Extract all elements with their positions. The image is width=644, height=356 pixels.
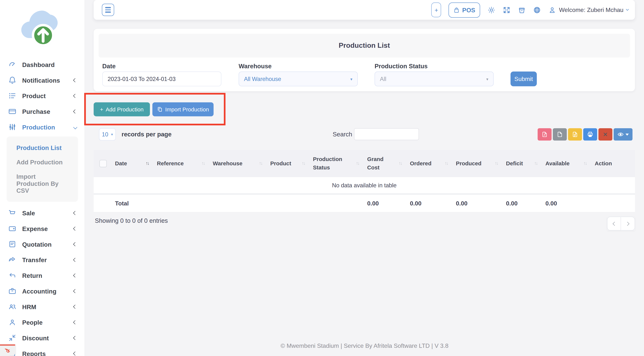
column-header-ordered[interactable]: Ordered ↑↓	[409, 159, 455, 168]
export-excel-button[interactable]	[568, 128, 582, 141]
cash-register-icon[interactable]	[518, 6, 526, 14]
warehouse-select[interactable]: All Warehouse ▾	[239, 72, 358, 86]
minimize-icon	[8, 334, 16, 342]
sidebar-item-sale[interactable]: Sale	[0, 205, 85, 221]
clear-filter-button[interactable]	[598, 128, 612, 141]
users-icon	[8, 302, 16, 311]
printer-icon	[587, 131, 594, 138]
column-header-date[interactable]: Date ↑↓	[114, 159, 156, 168]
sort-icon: ↑↓	[356, 160, 360, 167]
page-size-select[interactable]: 10 ▾	[99, 128, 116, 141]
sort-icon: ↑↓	[259, 160, 264, 167]
sort-icon: ↑↓	[302, 160, 306, 167]
submenu-item-production-list[interactable]: Production List	[6, 141, 78, 155]
cloud-upload-logo	[18, 5, 66, 53]
globe-icon[interactable]	[533, 6, 541, 14]
next-page-button[interactable]	[621, 217, 635, 231]
sidebar-item-dashboard[interactable]: Dashboard	[0, 57, 85, 72]
brightness-icon[interactable]	[488, 6, 496, 14]
total-label: Total	[114, 200, 156, 207]
chevron-left-icon	[73, 242, 77, 246]
column-header-reference[interactable]: Reference ↑↓	[156, 159, 212, 168]
sidebar: Dashboard Notifications Product Purchase	[0, 0, 85, 356]
sidebar-item-notifications[interactable]: Notifications	[0, 72, 85, 88]
chevron-left-icon	[73, 258, 77, 262]
column-header-grand-cost[interactable]: Grand Cost ↑↓	[366, 155, 409, 172]
date-range-input[interactable]: 2023-01-03 To 2024-01-03	[102, 72, 221, 86]
menu-icon	[105, 7, 111, 8]
sidebar-item-expense[interactable]: Expense	[0, 221, 85, 236]
chevron-right-icon	[625, 221, 629, 226]
user-avatar-icon	[548, 6, 556, 14]
sidebar-item-accounting[interactable]: Accounting	[0, 283, 85, 299]
total-deficit: 0.00	[505, 200, 544, 207]
export-pdf-button[interactable]	[538, 128, 552, 141]
chevron-left-icon	[73, 227, 77, 230]
column-header-production-status[interactable]: Production Status ↑↓	[312, 155, 366, 172]
column-header-produced[interactable]: Produced ↑↓	[455, 159, 505, 168]
fullscreen-icon[interactable]	[503, 6, 511, 14]
sort-icon: ↑↓	[445, 160, 449, 167]
copy-file-icon	[157, 107, 163, 112]
text-file-icon	[572, 131, 578, 138]
laravel-debugbar-badge[interactable]	[0, 344, 15, 356]
sidebar-item-quotation[interactable]: Quotation	[0, 236, 85, 252]
sidebar-item-hrm[interactable]: HRM	[0, 299, 85, 314]
sidebar-item-discount[interactable]: Discount	[0, 330, 85, 346]
chevron-down-icon	[626, 8, 629, 11]
quick-add-button[interactable]: +	[432, 3, 441, 17]
pos-button[interactable]: POS	[448, 2, 480, 18]
sidebar-item-purchase[interactable]: Purchase	[0, 104, 85, 119]
header-checkbox-cell	[94, 160, 114, 167]
search-label: Search	[333, 131, 352, 138]
user-menu[interactable]: Welcome: Zuberi Mchau	[548, 6, 628, 14]
sort-icon: ↑↓	[584, 160, 588, 167]
column-header-warehouse[interactable]: Warehouse ↑↓	[212, 159, 270, 168]
user-icon	[8, 318, 16, 326]
status-label: Production Status	[374, 63, 428, 69]
sidebar-item-return[interactable]: Return	[0, 267, 85, 283]
sort-icon: ↑↓	[146, 160, 150, 167]
search-input[interactable]	[354, 128, 419, 140]
submit-button[interactable]: Submit	[510, 72, 537, 86]
previous-page-button[interactable]	[607, 217, 621, 231]
chevron-left-icon	[613, 221, 617, 226]
filter-card: Production List Date Warehouse Productio…	[94, 29, 635, 91]
chevron-down-icon	[73, 125, 77, 129]
import-production-button[interactable]: Import Production	[152, 102, 214, 116]
add-production-button[interactable]: + Add Production	[94, 102, 150, 116]
total-grand-cost: 0.00	[366, 200, 409, 207]
total-available: 0.00	[544, 200, 594, 207]
status-select[interactable]: All ▾	[374, 72, 494, 86]
share-icon	[8, 256, 16, 264]
caret-down-icon: ▾	[111, 132, 113, 136]
chevron-left-icon	[73, 78, 77, 82]
menu-toggle-button[interactable]	[102, 4, 114, 16]
sidebar-item-transfer[interactable]: Transfer	[0, 252, 85, 267]
export-print-button[interactable]	[583, 128, 597, 141]
sidebar-item-label: Dashboard	[22, 61, 76, 68]
caret-down-icon	[626, 133, 629, 135]
sidebar-item-production[interactable]: Production	[0, 119, 85, 135]
select-all-checkbox[interactable]	[100, 160, 107, 167]
pos-label: POS	[462, 6, 475, 13]
table-total-row: Total 0.00 0.00 0.00 0.00 0.00	[94, 194, 635, 212]
eye-icon	[617, 131, 624, 138]
column-header-deficit[interactable]: Deficit ↑↓	[505, 159, 544, 168]
shopping-bag-icon	[454, 7, 460, 13]
blank-file-icon	[556, 131, 563, 138]
column-header-available[interactable]: Available ↑↓	[544, 159, 594, 168]
submenu-item-add-production[interactable]: Add Production	[6, 155, 78, 169]
column-header-product[interactable]: Product ↑↓	[270, 159, 312, 168]
submenu-item-import-production-csv[interactable]: Import Production By CSV	[6, 169, 78, 198]
sidebar-item-product[interactable]: Product	[0, 88, 85, 104]
total-produced: 0.00	[455, 200, 505, 207]
export-copy-button[interactable]	[553, 128, 567, 141]
plus-icon: +	[100, 106, 103, 112]
chevron-left-icon	[73, 110, 77, 113]
sidebar-item-people[interactable]: People	[0, 314, 85, 330]
records-per-page-label: records per page	[122, 131, 172, 138]
column-visibility-button[interactable]	[614, 128, 632, 141]
chevron-left-icon	[73, 94, 77, 98]
total-ordered: 0.00	[409, 200, 455, 207]
